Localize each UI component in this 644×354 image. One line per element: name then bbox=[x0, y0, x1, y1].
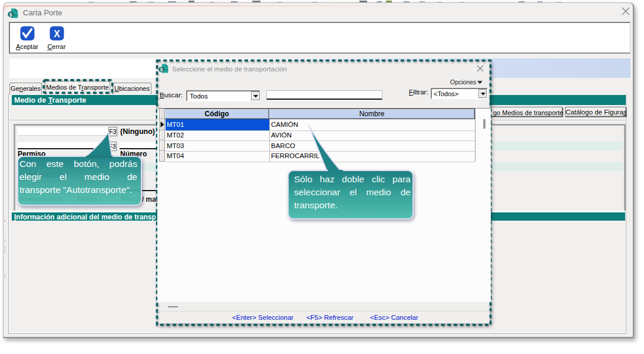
svg-text:$: $ bbox=[160, 67, 163, 73]
svg-text:$: $ bbox=[9, 11, 13, 18]
svg-text:X: X bbox=[54, 29, 60, 39]
